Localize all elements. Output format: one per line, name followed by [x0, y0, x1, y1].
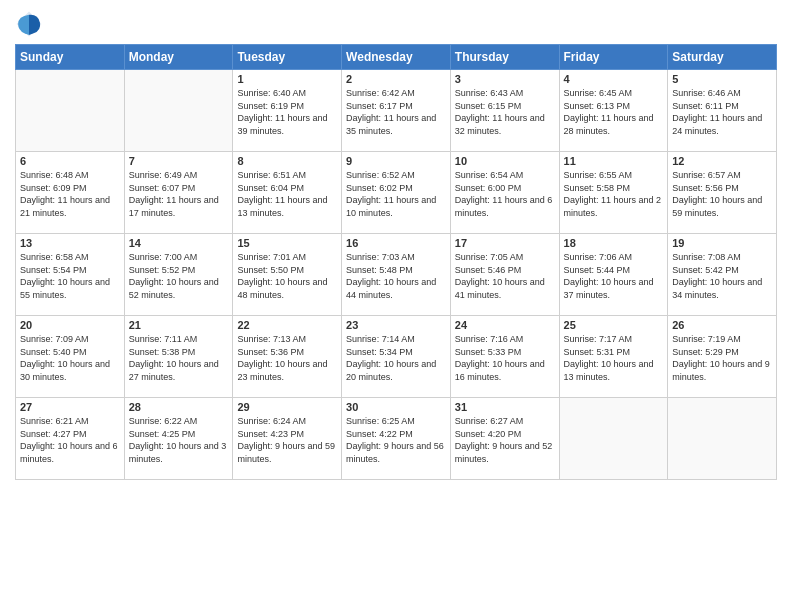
day-info: Sunrise: 6:55 AM Sunset: 5:58 PM Dayligh… — [564, 169, 664, 219]
day-number: 16 — [346, 237, 446, 249]
day-number: 11 — [564, 155, 664, 167]
day-number: 8 — [237, 155, 337, 167]
day-info: Sunrise: 6:58 AM Sunset: 5:54 PM Dayligh… — [20, 251, 120, 301]
day-header-saturday: Saturday — [668, 45, 777, 70]
day-number: 23 — [346, 319, 446, 331]
day-info: Sunrise: 6:24 AM Sunset: 4:23 PM Dayligh… — [237, 415, 337, 465]
day-info: Sunrise: 6:40 AM Sunset: 6:19 PM Dayligh… — [237, 87, 337, 137]
day-info: Sunrise: 6:54 AM Sunset: 6:00 PM Dayligh… — [455, 169, 555, 219]
day-cell: 20Sunrise: 7:09 AM Sunset: 5:40 PM Dayli… — [16, 316, 125, 398]
day-cell: 27Sunrise: 6:21 AM Sunset: 4:27 PM Dayli… — [16, 398, 125, 480]
day-number: 2 — [346, 73, 446, 85]
day-info: Sunrise: 7:19 AM Sunset: 5:29 PM Dayligh… — [672, 333, 772, 383]
day-number: 12 — [672, 155, 772, 167]
day-cell: 23Sunrise: 7:14 AM Sunset: 5:34 PM Dayli… — [342, 316, 451, 398]
day-cell: 10Sunrise: 6:54 AM Sunset: 6:00 PM Dayli… — [450, 152, 559, 234]
week-row-2: 6Sunrise: 6:48 AM Sunset: 6:09 PM Daylig… — [16, 152, 777, 234]
day-info: Sunrise: 7:11 AM Sunset: 5:38 PM Dayligh… — [129, 333, 229, 383]
day-info: Sunrise: 7:08 AM Sunset: 5:42 PM Dayligh… — [672, 251, 772, 301]
day-info: Sunrise: 6:48 AM Sunset: 6:09 PM Dayligh… — [20, 169, 120, 219]
day-cell: 17Sunrise: 7:05 AM Sunset: 5:46 PM Dayli… — [450, 234, 559, 316]
day-cell: 8Sunrise: 6:51 AM Sunset: 6:04 PM Daylig… — [233, 152, 342, 234]
day-info: Sunrise: 7:00 AM Sunset: 5:52 PM Dayligh… — [129, 251, 229, 301]
day-cell: 26Sunrise: 7:19 AM Sunset: 5:29 PM Dayli… — [668, 316, 777, 398]
day-number: 10 — [455, 155, 555, 167]
day-cell — [16, 70, 125, 152]
day-info: Sunrise: 7:13 AM Sunset: 5:36 PM Dayligh… — [237, 333, 337, 383]
day-number: 18 — [564, 237, 664, 249]
day-header-friday: Friday — [559, 45, 668, 70]
day-cell: 29Sunrise: 6:24 AM Sunset: 4:23 PM Dayli… — [233, 398, 342, 480]
day-cell: 25Sunrise: 7:17 AM Sunset: 5:31 PM Dayli… — [559, 316, 668, 398]
day-info: Sunrise: 7:05 AM Sunset: 5:46 PM Dayligh… — [455, 251, 555, 301]
day-number: 6 — [20, 155, 120, 167]
calendar-table: SundayMondayTuesdayWednesdayThursdayFrid… — [15, 44, 777, 480]
day-info: Sunrise: 7:17 AM Sunset: 5:31 PM Dayligh… — [564, 333, 664, 383]
week-row-3: 13Sunrise: 6:58 AM Sunset: 5:54 PM Dayli… — [16, 234, 777, 316]
day-number: 15 — [237, 237, 337, 249]
day-header-thursday: Thursday — [450, 45, 559, 70]
day-number: 25 — [564, 319, 664, 331]
day-info: Sunrise: 6:45 AM Sunset: 6:13 PM Dayligh… — [564, 87, 664, 137]
day-cell: 19Sunrise: 7:08 AM Sunset: 5:42 PM Dayli… — [668, 234, 777, 316]
day-cell: 15Sunrise: 7:01 AM Sunset: 5:50 PM Dayli… — [233, 234, 342, 316]
day-number: 27 — [20, 401, 120, 413]
day-number: 7 — [129, 155, 229, 167]
logo — [15, 10, 47, 38]
day-number: 24 — [455, 319, 555, 331]
header — [15, 10, 777, 38]
page: SundayMondayTuesdayWednesdayThursdayFrid… — [0, 0, 792, 612]
day-info: Sunrise: 7:01 AM Sunset: 5:50 PM Dayligh… — [237, 251, 337, 301]
day-number: 14 — [129, 237, 229, 249]
logo-icon — [15, 10, 43, 38]
day-cell — [124, 70, 233, 152]
day-info: Sunrise: 6:22 AM Sunset: 4:25 PM Dayligh… — [129, 415, 229, 465]
day-cell: 6Sunrise: 6:48 AM Sunset: 6:09 PM Daylig… — [16, 152, 125, 234]
day-info: Sunrise: 6:43 AM Sunset: 6:15 PM Dayligh… — [455, 87, 555, 137]
day-header-sunday: Sunday — [16, 45, 125, 70]
day-number: 29 — [237, 401, 337, 413]
day-cell: 2Sunrise: 6:42 AM Sunset: 6:17 PM Daylig… — [342, 70, 451, 152]
day-info: Sunrise: 6:46 AM Sunset: 6:11 PM Dayligh… — [672, 87, 772, 137]
day-cell: 22Sunrise: 7:13 AM Sunset: 5:36 PM Dayli… — [233, 316, 342, 398]
day-cell: 16Sunrise: 7:03 AM Sunset: 5:48 PM Dayli… — [342, 234, 451, 316]
day-number: 3 — [455, 73, 555, 85]
day-cell: 21Sunrise: 7:11 AM Sunset: 5:38 PM Dayli… — [124, 316, 233, 398]
day-info: Sunrise: 6:57 AM Sunset: 5:56 PM Dayligh… — [672, 169, 772, 219]
day-number: 31 — [455, 401, 555, 413]
day-cell: 28Sunrise: 6:22 AM Sunset: 4:25 PM Dayli… — [124, 398, 233, 480]
day-cell: 7Sunrise: 6:49 AM Sunset: 6:07 PM Daylig… — [124, 152, 233, 234]
day-cell: 11Sunrise: 6:55 AM Sunset: 5:58 PM Dayli… — [559, 152, 668, 234]
day-cell: 24Sunrise: 7:16 AM Sunset: 5:33 PM Dayli… — [450, 316, 559, 398]
day-info: Sunrise: 7:06 AM Sunset: 5:44 PM Dayligh… — [564, 251, 664, 301]
day-header-tuesday: Tuesday — [233, 45, 342, 70]
day-number: 1 — [237, 73, 337, 85]
day-cell: 3Sunrise: 6:43 AM Sunset: 6:15 PM Daylig… — [450, 70, 559, 152]
day-number: 17 — [455, 237, 555, 249]
day-cell: 31Sunrise: 6:27 AM Sunset: 4:20 PM Dayli… — [450, 398, 559, 480]
week-row-4: 20Sunrise: 7:09 AM Sunset: 5:40 PM Dayli… — [16, 316, 777, 398]
day-cell: 12Sunrise: 6:57 AM Sunset: 5:56 PM Dayli… — [668, 152, 777, 234]
day-cell: 13Sunrise: 6:58 AM Sunset: 5:54 PM Dayli… — [16, 234, 125, 316]
day-info: Sunrise: 6:52 AM Sunset: 6:02 PM Dayligh… — [346, 169, 446, 219]
day-number: 21 — [129, 319, 229, 331]
day-number: 22 — [237, 319, 337, 331]
day-cell — [668, 398, 777, 480]
day-number: 13 — [20, 237, 120, 249]
day-cell — [559, 398, 668, 480]
day-number: 20 — [20, 319, 120, 331]
days-header-row: SundayMondayTuesdayWednesdayThursdayFrid… — [16, 45, 777, 70]
day-cell: 14Sunrise: 7:00 AM Sunset: 5:52 PM Dayli… — [124, 234, 233, 316]
day-cell: 4Sunrise: 6:45 AM Sunset: 6:13 PM Daylig… — [559, 70, 668, 152]
day-info: Sunrise: 6:21 AM Sunset: 4:27 PM Dayligh… — [20, 415, 120, 465]
day-info: Sunrise: 6:27 AM Sunset: 4:20 PM Dayligh… — [455, 415, 555, 465]
day-number: 28 — [129, 401, 229, 413]
day-info: Sunrise: 7:09 AM Sunset: 5:40 PM Dayligh… — [20, 333, 120, 383]
day-number: 30 — [346, 401, 446, 413]
day-info: Sunrise: 6:25 AM Sunset: 4:22 PM Dayligh… — [346, 415, 446, 465]
day-cell: 9Sunrise: 6:52 AM Sunset: 6:02 PM Daylig… — [342, 152, 451, 234]
day-info: Sunrise: 6:42 AM Sunset: 6:17 PM Dayligh… — [346, 87, 446, 137]
day-info: Sunrise: 6:51 AM Sunset: 6:04 PM Dayligh… — [237, 169, 337, 219]
day-cell: 18Sunrise: 7:06 AM Sunset: 5:44 PM Dayli… — [559, 234, 668, 316]
day-number: 19 — [672, 237, 772, 249]
